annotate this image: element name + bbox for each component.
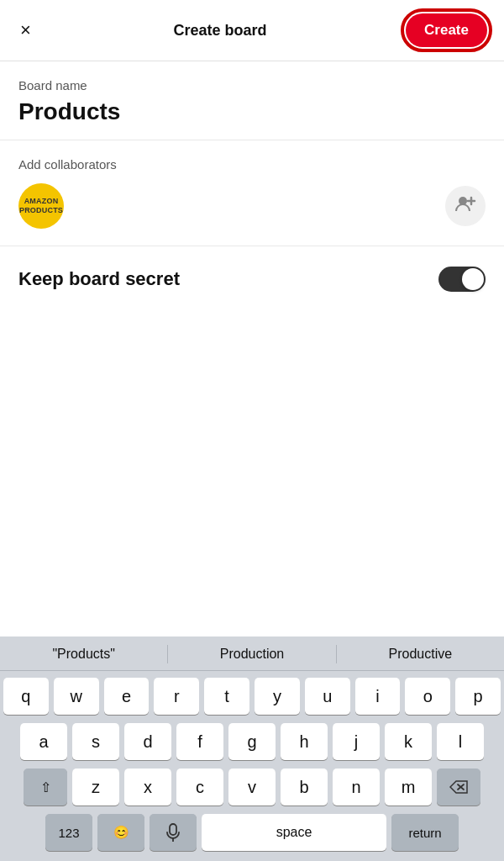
key-h[interactable]: h <box>281 723 328 760</box>
key-l[interactable]: l <box>437 723 484 760</box>
key-a[interactable]: a <box>20 723 67 760</box>
svg-rect-5 <box>170 824 176 835</box>
key-o[interactable]: o <box>405 678 450 715</box>
key-t[interactable]: t <box>204 678 249 715</box>
key-r[interactable]: r <box>154 678 199 715</box>
key-z[interactable]: z <box>72 769 119 806</box>
collaborators-label: Add collaborators <box>18 157 486 172</box>
key-row-2: a s d f g h j k l <box>3 723 501 760</box>
key-w[interactable]: w <box>54 678 99 715</box>
backspace-key[interactable] <box>437 769 480 806</box>
key-s[interactable]: s <box>72 723 119 760</box>
key-q[interactable]: q <box>3 678 49 715</box>
header: × Create board Create <box>0 0 504 61</box>
key-n[interactable]: n <box>333 769 380 806</box>
key-emoji[interactable]: 😊 <box>97 814 144 851</box>
key-i[interactable]: i <box>355 678 401 715</box>
key-row-3: ⇧ z x c v b n m <box>3 769 501 806</box>
key-u[interactable]: u <box>305 678 350 715</box>
toggle-knob <box>462 268 484 290</box>
board-name-label: Board name <box>18 78 486 92</box>
collaborators-section: Add collaborators AMAZONPRODUCTS <box>0 140 504 246</box>
collaborator-avatar[interactable]: AMAZONPRODUCTS <box>18 183 64 229</box>
shift-key[interactable]: ⇧ <box>24 769 67 806</box>
secret-label: Keep board secret <box>18 268 180 290</box>
key-mic[interactable] <box>150 814 197 851</box>
suggestion-bar: "Products" Production Productive <box>0 637 504 671</box>
keyboard: q w e r t y u i o p a s d f g h j k l ⇧ … <box>0 671 504 861</box>
key-b[interactable]: b <box>281 769 328 806</box>
key-x[interactable]: x <box>124 769 171 806</box>
key-f[interactable]: f <box>176 723 223 760</box>
suggestion-3[interactable]: Productive <box>337 645 504 663</box>
key-c[interactable]: c <box>176 769 223 806</box>
suggestion-1[interactable]: "Products" <box>0 645 168 663</box>
create-button[interactable]: Create <box>406 13 487 47</box>
return-key[interactable]: return <box>391 814 459 851</box>
key-e[interactable]: e <box>104 678 150 715</box>
add-collaborator-icon <box>454 194 476 218</box>
header-title: Create board <box>173 22 266 40</box>
close-button[interactable]: × <box>17 18 34 43</box>
key-j[interactable]: j <box>333 723 380 760</box>
board-name-value[interactable]: Products <box>18 98 486 126</box>
secret-section: Keep board secret <box>0 246 504 312</box>
keyboard-area: "Products" Production Productive q w e r… <box>0 637 504 861</box>
collaborators-row: AMAZONPRODUCTS <box>18 183 486 229</box>
key-v[interactable]: v <box>228 769 276 806</box>
key-row-1: q w e r t y u i o p <box>3 678 501 715</box>
key-p[interactable]: p <box>455 678 501 715</box>
board-name-section: Board name Products <box>0 61 504 140</box>
suggestion-2[interactable]: Production <box>168 645 336 663</box>
key-d[interactable]: d <box>124 723 171 760</box>
key-g[interactable]: g <box>228 723 276 760</box>
key-m[interactable]: m <box>385 769 432 806</box>
add-collaborator-button[interactable] <box>445 186 486 226</box>
secret-toggle[interactable] <box>438 267 486 292</box>
key-k[interactable]: k <box>385 723 432 760</box>
key-row-4: 123 😊 space return <box>3 814 501 851</box>
space-key[interactable]: space <box>202 814 386 851</box>
key-123[interactable]: 123 <box>45 814 92 851</box>
key-y[interactable]: y <box>255 678 300 715</box>
